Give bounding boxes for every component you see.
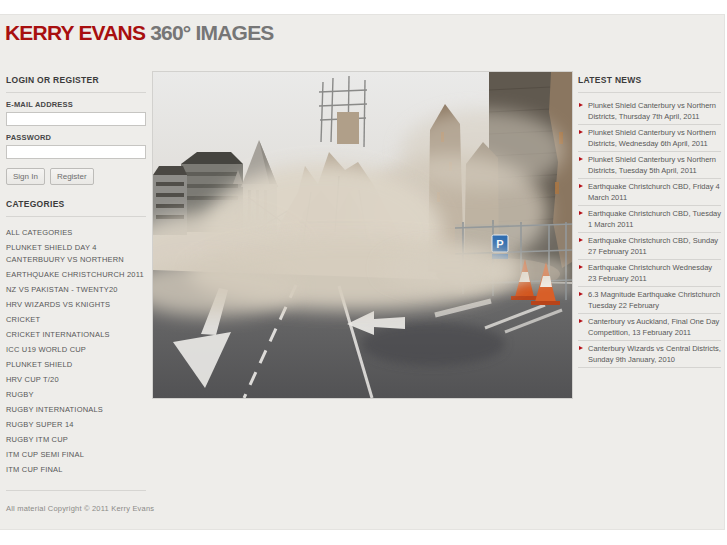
news-link[interactable]: Earthquake Christchurch Wednesday 23 Feb…	[578, 260, 721, 287]
login-heading: LOGIN OR REGISTER	[6, 71, 146, 93]
password-input[interactable]	[6, 145, 146, 159]
category-link[interactable]: ICC U19 WORLD CUP	[6, 344, 146, 356]
photo-earthquake-dust-cloud[interactable]: P	[152, 71, 573, 399]
site-logo[interactable]: KERRY EVANS 360° IMAGES	[5, 21, 274, 45]
site-title-red: KERRY EVANS	[5, 21, 145, 44]
register-button[interactable]: Register	[50, 168, 94, 185]
arrow-bullet-icon	[579, 157, 583, 161]
category-link[interactable]: RUGBY ITM CUP	[6, 434, 146, 446]
latest-news-heading: LATEST NEWS	[578, 71, 721, 93]
arrow-bullet-icon	[579, 265, 583, 269]
arrow-bullet-icon	[579, 103, 583, 107]
news-link[interactable]: Earthquake Christchurch CBD, Sunday 27 F…	[578, 233, 721, 260]
news-link[interactable]: Plunket Shield Canterbury vs Northern Di…	[578, 98, 721, 125]
right-sidebar: LATEST NEWS Plunket Shield Canterbury vs…	[578, 71, 721, 368]
category-link[interactable]: ALL CATEGORIES	[6, 227, 146, 239]
password-label: PASSWORD	[6, 133, 146, 142]
login-buttons: Sign In Register	[6, 168, 146, 185]
category-link[interactable]: HRV WIZARDS VS KNIGHTS	[6, 299, 146, 311]
news-link[interactable]: 6.3 Magnitude Earthquake Christchurch Tu…	[578, 287, 721, 314]
arrow-bullet-icon	[579, 292, 583, 296]
left-sidebar: LOGIN OR REGISTER E-MAIL ADDRESS PASSWOR…	[6, 71, 146, 491]
category-link[interactable]: PLUNKET SHIELD	[6, 359, 146, 371]
category-link[interactable]: CRICKET INTERNATIONALS	[6, 329, 146, 341]
arrow-bullet-icon	[579, 238, 583, 242]
arrow-bullet-icon	[579, 184, 583, 188]
arrow-bullet-icon	[579, 211, 583, 215]
news-link[interactable]: Canterbury vs Auckland, Final One Day Co…	[578, 314, 721, 341]
news-link[interactable]: Plunket Shield Canterbury vs Northern Di…	[578, 152, 721, 179]
category-link[interactable]: EARTHQUAKE CHRISTCHURCH 2011	[6, 269, 146, 281]
arrow-bullet-icon	[579, 346, 583, 350]
sign-in-button[interactable]: Sign In	[6, 168, 45, 185]
category-link[interactable]: ITM CUP SEMI FINAL	[6, 449, 146, 461]
main-container: KERRY EVANS 360° IMAGES KERRY EVANS 360°…	[0, 14, 725, 530]
email-label: E-MAIL ADDRESS	[6, 100, 146, 109]
category-link[interactable]: CRICKET	[6, 314, 146, 326]
news-link[interactable]: Canterbury Wizards vs Central Districts,…	[578, 341, 721, 368]
arrow-bullet-icon	[579, 319, 583, 323]
category-link[interactable]: RUGBY INTERNATIONALS	[6, 404, 146, 416]
site-title: KERRY EVANS 360° IMAGES	[5, 21, 274, 45]
category-link[interactable]: ITM CUP FINAL	[6, 464, 146, 476]
copyright-text: All material Copyright © 2011 Kerry Evan…	[6, 504, 154, 513]
site-logo-reflection: KERRY EVANS 360° IMAGES	[5, 44, 274, 62]
page: KERRY EVANS 360° IMAGES KERRY EVANS 360°…	[0, 0, 727, 545]
arrow-bullet-icon	[579, 130, 583, 134]
category-link[interactable]: RUGBY	[6, 389, 146, 401]
news-link[interactable]: Earthquake Christchurch CBD, Tuesday 1 M…	[578, 206, 721, 233]
category-link[interactable]: NZ VS PAKISTAN - TWENTY20	[6, 284, 146, 296]
email-input[interactable]	[6, 112, 146, 126]
category-link[interactable]: HRV CUP T/20	[6, 374, 146, 386]
news-link[interactable]: Earthquake Christchurch CBD, Friday 4 Ma…	[578, 179, 721, 206]
category-link[interactable]: RUGBY SUPER 14	[6, 419, 146, 431]
category-list: ALL CATEGORIES PLUNKET SHIELD DAY 4 CANT…	[6, 227, 146, 491]
parking-sign-label: P	[496, 238, 503, 250]
photo-illustration: P	[153, 72, 572, 398]
news-link[interactable]: Plunket Shield Canterbury vs Northern Di…	[578, 125, 721, 152]
news-list: Plunket Shield Canterbury vs Northern Di…	[578, 98, 721, 368]
category-link[interactable]: PLUNKET SHIELD DAY 4 CANTERBUURY VS NORT…	[6, 242, 146, 266]
categories-heading: CATEGORIES	[6, 195, 146, 217]
